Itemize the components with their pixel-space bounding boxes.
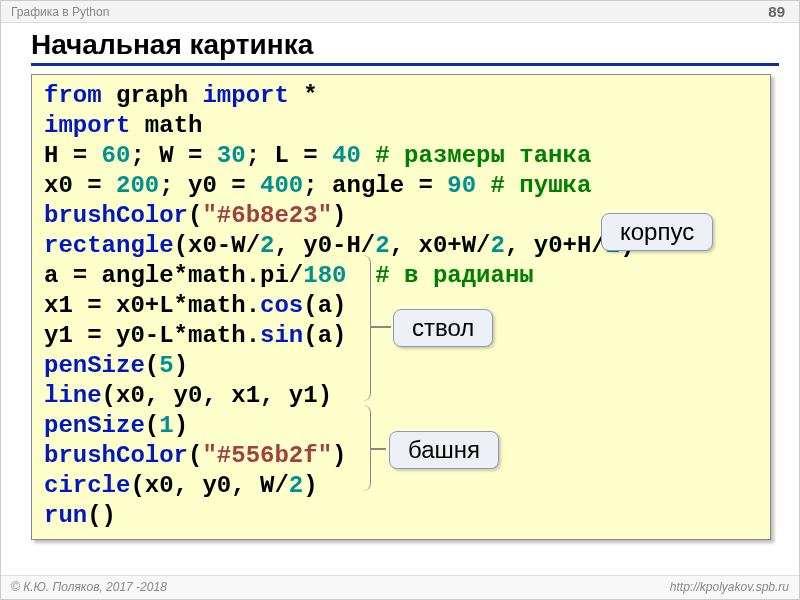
- slide-title: Начальная картинка: [31, 29, 779, 66]
- code-text: (x0, y0, x1, y1): [102, 382, 332, 409]
- num: 1: [159, 412, 173, 439]
- code-text: , x0+W/: [390, 232, 491, 259]
- brace-barrel: [361, 255, 371, 401]
- code-text: (: [188, 442, 202, 469]
- code-text: a = angle*math.pi/: [44, 262, 303, 289]
- footer: © К.Ю. Поляков, 2017 -2018 http://kpolya…: [1, 575, 799, 599]
- func: penSize: [44, 352, 145, 379]
- code-text: (: [188, 202, 202, 229]
- code-text: ): [332, 442, 346, 469]
- num: 180: [303, 262, 346, 289]
- header-bar: Графика в Python 89: [1, 1, 799, 23]
- slide: Графика в Python 89 Начальная картинка f…: [0, 0, 800, 600]
- code-text: ): [174, 412, 188, 439]
- code-text: graph: [116, 82, 188, 109]
- footer-author-text: К.Ю. Поляков, 2017 -2018: [23, 580, 167, 594]
- string: "#556b2f": [202, 442, 332, 469]
- code-text: ; L =: [246, 142, 332, 169]
- func: run: [44, 502, 87, 529]
- num: 5: [159, 352, 173, 379]
- callout-body: корпус: [601, 213, 713, 251]
- kw-import: import: [44, 112, 130, 139]
- comment: # размеры танка: [361, 142, 591, 169]
- num: 90: [447, 172, 476, 199]
- code-text: ): [303, 472, 317, 499]
- code-text: ; y0 =: [159, 172, 260, 199]
- kw-from: from: [44, 82, 102, 109]
- code-text: *: [303, 82, 317, 109]
- connector-barrel: [371, 326, 391, 328]
- code-text: ): [174, 352, 188, 379]
- code-text: ; angle =: [303, 172, 447, 199]
- func: line: [44, 382, 102, 409]
- code-text: ): [332, 202, 346, 229]
- num: 2: [289, 472, 303, 499]
- code-text: (: [145, 412, 159, 439]
- string: "#6b8e23": [202, 202, 332, 229]
- num: 30: [217, 142, 246, 169]
- func: sin: [260, 322, 303, 349]
- code-text: (a): [303, 322, 346, 349]
- num: 200: [116, 172, 159, 199]
- comment: # в радианы: [375, 262, 533, 289]
- connector-turret: [371, 448, 386, 450]
- page-number: 89: [768, 3, 785, 20]
- code-text: (a): [303, 292, 346, 319]
- func: brushColor: [44, 202, 188, 229]
- brace-turret: [361, 405, 371, 491]
- code-text: math: [145, 112, 203, 139]
- code-text: , y0+H/: [505, 232, 606, 259]
- callout-barrel: ствол: [393, 309, 493, 347]
- footer-author: © К.Ю. Поляков, 2017 -2018: [11, 580, 167, 594]
- func: brushColor: [44, 442, 188, 469]
- num: 400: [260, 172, 303, 199]
- func: circle: [44, 472, 130, 499]
- code-text: ; W =: [130, 142, 216, 169]
- code-text: y1 = y0-L*math.: [44, 322, 260, 349]
- code-text: x1 = x0+L*math.: [44, 292, 260, 319]
- code-text: (x0-W/: [174, 232, 260, 259]
- kw-import: import: [202, 82, 288, 109]
- footer-url: http://kpolyakov.spb.ru: [670, 580, 789, 594]
- num: 2: [491, 232, 505, 259]
- code-text: (x0, y0, W/: [130, 472, 288, 499]
- comment: # пушка: [476, 172, 591, 199]
- func: rectangle: [44, 232, 174, 259]
- num: 60: [102, 142, 131, 169]
- code-text: (): [87, 502, 116, 529]
- code-block: from graph import * import math H = 60; …: [31, 74, 771, 540]
- num: 2: [260, 232, 274, 259]
- num: 2: [375, 232, 389, 259]
- func: penSize: [44, 412, 145, 439]
- func: cos: [260, 292, 303, 319]
- code-text: H =: [44, 142, 102, 169]
- code-text: x0 =: [44, 172, 116, 199]
- header-topic: Графика в Python: [11, 5, 109, 19]
- num: 40: [332, 142, 361, 169]
- code-text: (: [145, 352, 159, 379]
- callout-turret: башня: [389, 431, 499, 469]
